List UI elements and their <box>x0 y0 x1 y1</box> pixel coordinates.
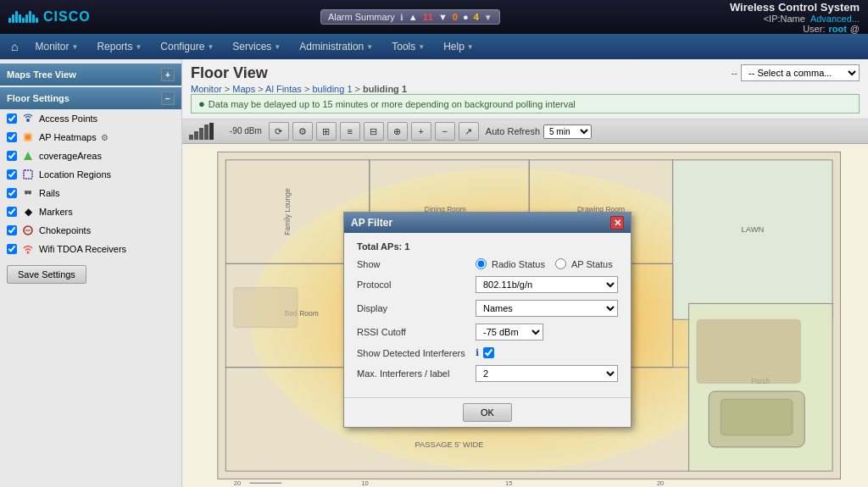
dialog-close-button[interactable]: ✕ <box>610 216 624 230</box>
svg-point-0 <box>26 119 30 122</box>
checkbox-rails[interactable] <box>7 188 17 198</box>
nav-services[interactable]: Services ▼ <box>224 37 289 56</box>
radio-radio-status[interactable] <box>476 258 487 269</box>
sidebar-label-ap-heatmaps: AP Heatmaps <box>39 132 97 142</box>
breadcrumb-alfintas[interactable]: Al Fintas <box>265 84 302 94</box>
checkbox-chokepoints[interactable] <box>7 225 17 235</box>
radio-ap-status[interactable] <box>555 258 566 269</box>
ok-button[interactable]: OK <box>463 403 512 422</box>
interferers-checkbox[interactable] <box>483 347 494 358</box>
breadcrumb-monitor[interactable]: Monitor <box>191 84 222 94</box>
sidebar: Maps Tree View + Floor Settings − Access… <box>0 59 182 487</box>
sidebar-label-location-regions: Location Regions <box>39 169 111 180</box>
alarm-orange-icon: ▼ <box>438 12 448 22</box>
nav-administration-arrow: ▼ <box>366 43 373 51</box>
sidebar-item-location-regions[interactable]: Location Regions <box>0 165 181 184</box>
sidebar-item-ap-heatmaps[interactable]: AP Heatmaps ⚙ <box>0 128 181 147</box>
nav-tools-arrow: ▼ <box>418 43 425 51</box>
nav-reports[interactable]: Reports ▼ <box>88 37 150 56</box>
checkbox-location-regions[interactable] <box>7 169 17 180</box>
protocol-select[interactable]: 802.11b/g/n 802.11a/n All <box>476 276 618 293</box>
ip-label: <IP:Name <box>764 14 805 24</box>
sidebar-item-rails[interactable]: Rails <box>0 184 181 202</box>
breadcrumb-building1[interactable]: buliding 1 <box>312 84 352 94</box>
toolbar-btn-zoom-out[interactable]: − <box>435 122 455 141</box>
toolbar-btn-6[interactable]: ⊕ <box>387 122 408 141</box>
sidebar-floor-settings-collapse[interactable]: − <box>161 91 175 105</box>
nav-home[interactable]: ⌂ <box>4 36 25 57</box>
dialog-footer: OK <box>344 397 631 427</box>
save-settings-button[interactable]: Save Settings <box>7 265 86 284</box>
display-select[interactable]: Names MAC Addresses IP Addresses <box>476 300 618 317</box>
show-interferers-row: Show Detected Interferers ℹ <box>357 347 618 358</box>
svg-rect-39 <box>697 319 800 383</box>
alarm-summary-bar[interactable]: Alarm Summary ℹ ▲ 11 ▼ 0 ● 4 ▼ <box>320 9 500 25</box>
toolbar-btn-4[interactable]: ≡ <box>340 122 360 141</box>
nav-configure[interactable]: Configure ▼ <box>152 37 222 56</box>
sidebar-floor-settings-header[interactable]: Floor Settings − <box>0 87 181 109</box>
content-area: Floor View Monitor > Maps > Al Fintas > … <box>182 59 868 487</box>
access-points-icon <box>21 112 35 125</box>
toolbar-btn-3[interactable]: ⊞ <box>316 122 337 141</box>
signal-bars <box>189 123 223 140</box>
toolbar-btn-zoom-in[interactable]: + <box>411 122 431 141</box>
dialog-titlebar[interactable]: AP Filter ✕ <box>344 213 631 233</box>
checkbox-wifi-tdoa[interactable] <box>7 244 17 254</box>
sidebar-item-chokepoints[interactable]: Chokepoints <box>0 221 181 240</box>
interferers-controls: ℹ <box>476 347 494 358</box>
auto-refresh-label: Auto Refresh <box>486 126 540 136</box>
ap-filter-dialog: AP Filter ✕ Total APs: 1 Show Radio Stat… <box>343 212 632 428</box>
alarm-dropdown-icon[interactable]: ▼ <box>484 13 492 22</box>
max-interferers-select[interactable]: 1 2 3 4 5 <box>476 365 618 382</box>
sidebar-item-wifi-tdoa[interactable]: Wifi TDOA Receivers <box>0 240 181 258</box>
nav-help[interactable]: Help ▼ <box>435 37 482 56</box>
svg-marker-3 <box>24 152 32 160</box>
breadcrumb: Monitor > Maps > Al Fintas > buliding 1 … <box>191 84 407 94</box>
sidebar-item-markers[interactable]: ◆ Markers <box>0 202 181 221</box>
interferers-info-icon[interactable]: ℹ <box>476 347 479 358</box>
select-command-dropdown[interactable]: -- Select a comma... <box>741 64 860 81</box>
svg-rect-16 <box>209 123 214 140</box>
page-title: Floor View <box>191 64 407 82</box>
toolbar-btn-2[interactable]: ⚙ <box>292 122 313 141</box>
sidebar-item-coverage-areas[interactable]: coverageAreas <box>0 147 181 165</box>
ap-heatmaps-settings-icon[interactable]: ⚙ <box>101 133 108 142</box>
sidebar-item-access-points[interactable]: Access Points <box>0 109 181 128</box>
toolbar-btn-export[interactable]: ↗ <box>459 122 479 141</box>
alarm-yellow-icon: ● <box>463 12 469 22</box>
max-interferers-label: Max. Interferers / label <box>357 368 476 379</box>
dialog-body: Total APs: 1 Show Radio Status <box>344 233 631 397</box>
rssi-select[interactable]: -75 dBm -80 dBm -85 dBm -90 dBm <box>476 324 543 340</box>
ap-heatmaps-icon <box>21 130 35 144</box>
checkbox-ap-heatmaps[interactable] <box>7 132 17 142</box>
checkbox-markers[interactable] <box>7 207 17 217</box>
svg-rect-15 <box>204 125 209 140</box>
sidebar-maps-tree-header[interactable]: Maps Tree View + <box>0 64 181 86</box>
sidebar-label-markers: Markers <box>39 207 73 217</box>
show-radio-group: Radio Status AP Status <box>476 258 613 269</box>
max-interferers-row: Max. Interferers / label 1 2 3 4 5 <box>357 365 618 382</box>
nav-administration[interactable]: Administration ▼ <box>291 37 381 56</box>
user-label: User: <box>803 24 825 34</box>
radio-ap-status-label[interactable]: AP Status <box>555 258 613 269</box>
advanced-link[interactable]: Advanced... <box>810 14 860 24</box>
cisco-logo-bars <box>8 11 38 23</box>
alarm-red-icon: ▲ <box>409 12 418 22</box>
show-row: Show Radio Status AP Status <box>357 258 618 269</box>
nav-monitor[interactable]: Monitor ▼ <box>26 37 86 56</box>
nav-tools[interactable]: Tools ▼ <box>383 37 433 56</box>
radio-radio-status-label[interactable]: Radio Status <box>476 258 545 269</box>
total-aps-row: Total APs: 1 <box>357 241 618 252</box>
content-header: Floor View Monitor > Maps > Al Fintas > … <box>182 59 868 119</box>
toolbar-btn-5[interactable]: ⊟ <box>364 122 384 141</box>
breadcrumb-maps[interactable]: Maps <box>232 84 255 94</box>
checkbox-access-points[interactable] <box>7 113 17 124</box>
sidebar-maps-tree-expand[interactable]: + <box>161 68 175 81</box>
auto-refresh-select[interactable]: 5 min 1 min 2 min 10 min Off <box>543 125 592 139</box>
alarm-yellow-count: 4 <box>474 12 479 22</box>
toolbar-btn-1[interactable]: ⟳ <box>269 122 289 141</box>
checkbox-coverage-areas[interactable] <box>7 151 17 161</box>
alarm-orange-count: 0 <box>453 12 458 22</box>
user-name: root <box>828 24 846 34</box>
svg-text:15: 15 <box>505 479 512 487</box>
